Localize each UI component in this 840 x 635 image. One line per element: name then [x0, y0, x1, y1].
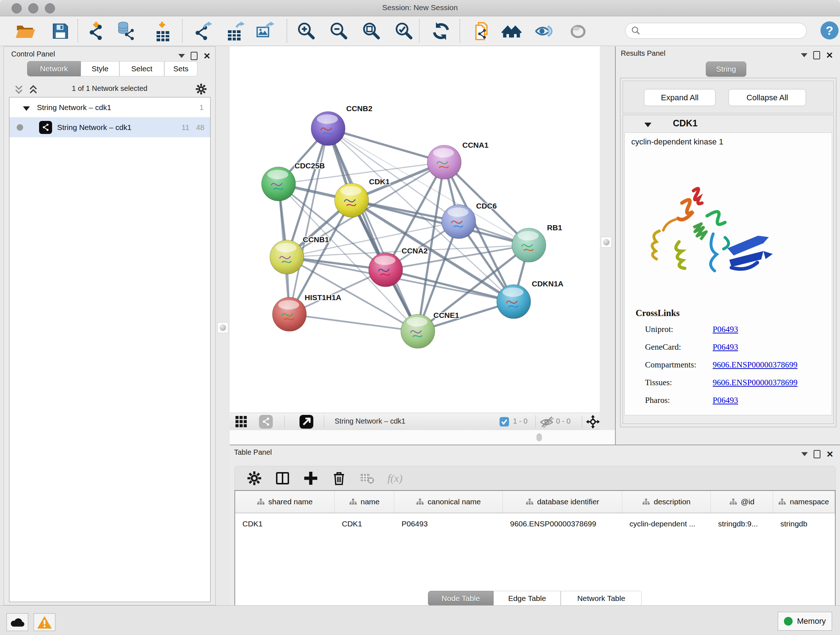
collapse-all-button[interactable]: Collapse All	[729, 89, 806, 106]
memory-button[interactable]: Memory	[778, 612, 832, 631]
network-view-canvas[interactable]: CCNB2CCNA1CDC25BCDK1CDC6RB1CCNB1CCNA2CDK…	[230, 46, 600, 413]
tab-style[interactable]: Style	[81, 61, 119, 76]
zoom-fit-icon[interactable]	[361, 21, 381, 41]
delete-column-icon[interactable]	[331, 470, 347, 486]
crosslink-row: GeneCard:P06493	[645, 342, 826, 352]
export-image-icon[interactable]	[255, 21, 275, 41]
warnings-button[interactable]	[34, 613, 55, 631]
network-node-CDK1[interactable]: CDK1	[335, 177, 390, 217]
horizontal-splitter-handle[interactable]	[537, 433, 542, 441]
show-details-eye-icon[interactable]	[534, 21, 554, 41]
float-panel-icon[interactable]	[813, 51, 820, 59]
zoom-out-icon[interactable]	[328, 21, 349, 41]
crosslink-link[interactable]: P06493	[713, 396, 738, 405]
table-cell[interactable]: stringdb	[773, 513, 835, 534]
collapse-panel-icon[interactable]	[178, 54, 185, 58]
import-network-from-database-icon[interactable]	[117, 21, 137, 41]
tab-node-table[interactable]: Node Table	[428, 591, 493, 606]
column-header-shared-name[interactable]: shared name	[235, 491, 335, 513]
export-table-icon[interactable]	[225, 21, 246, 41]
node-label: CCNA2	[401, 247, 428, 255]
import-table-icon[interactable]	[152, 21, 172, 41]
statusbar-divider	[535, 415, 536, 428]
new-network-from-selection-icon[interactable]	[472, 21, 492, 41]
tab-network[interactable]: Network	[27, 61, 81, 76]
center-view-crosshair-icon[interactable]	[586, 415, 600, 429]
tab-edge-table[interactable]: Edge Table	[493, 591, 561, 606]
close-panel-icon[interactable]: ✕	[826, 451, 834, 458]
selected-counts: 1 - 0	[513, 417, 527, 425]
network-options-gear-icon[interactable]	[195, 83, 207, 95]
string-network-graph[interactable]: CCNB2CCNA1CDC25BCDK1CDC6RB1CCNB1CCNA2CDK…	[230, 46, 600, 413]
column-header-@id[interactable]: @id	[711, 491, 773, 513]
string-houses-icon[interactable]	[501, 21, 522, 41]
network-share-icon[interactable]	[259, 415, 273, 429]
table-header-row: shared namenamecanonical namedatabase id…	[235, 491, 835, 513]
table-cell[interactable]: stringdb:9...	[711, 513, 773, 534]
column-header-description[interactable]: description	[622, 491, 711, 513]
right-splitter-handle[interactable]	[601, 237, 612, 248]
table-cell[interactable]: cyclin-dependent ...	[622, 513, 711, 534]
network-edge[interactable]	[289, 128, 328, 314]
crosslink-link[interactable]: 9606.ENSP00000378699	[713, 360, 798, 370]
search-input[interactable]	[641, 27, 806, 35]
show-columns-icon[interactable]	[275, 470, 291, 486]
cloud-button[interactable]	[6, 613, 28, 631]
expand-all-button[interactable]: Expand All	[644, 89, 715, 106]
open-session-button[interactable]	[15, 21, 35, 41]
search-box[interactable]	[625, 23, 807, 39]
refresh-view-icon[interactable]	[431, 21, 451, 41]
tab-network-table[interactable]: Network Table	[561, 591, 642, 606]
network-row-selected[interactable]: String Network – cdk1 11 48	[9, 117, 210, 137]
table-row[interactable]: CDK1CDK1P064939606.ENSP00000378699cyclin…	[235, 513, 835, 534]
column-header-name[interactable]: name	[335, 491, 394, 513]
collapse-panel-icon[interactable]	[801, 53, 807, 57]
hidden-eye-icon[interactable]	[539, 415, 554, 428]
close-panel-icon[interactable]: ✕	[826, 52, 833, 59]
network-node-RB1[interactable]: RB1	[512, 223, 562, 262]
table-cell[interactable]: P06493	[394, 513, 503, 534]
network-edge[interactable]	[289, 314, 418, 331]
network-collection-row[interactable]: String Network – cdk1 1	[9, 97, 210, 117]
column-header-canonical-name[interactable]: canonical name	[394, 491, 503, 513]
zoom-in-icon[interactable]	[296, 21, 316, 41]
network-node-CCNE1[interactable]: CCNE1	[401, 311, 459, 348]
float-panel-icon[interactable]	[191, 52, 197, 60]
highlight-eye-icon[interactable]	[568, 21, 588, 41]
table-options-gear-icon[interactable]	[246, 470, 262, 486]
help-button[interactable]: ?	[821, 21, 838, 40]
birds-eye-grid-icon[interactable]	[235, 416, 248, 428]
crosslink-link[interactable]: P06493	[713, 325, 738, 334]
table-cell[interactable]: 9606.ENSP00000378699	[503, 513, 622, 534]
float-panel-icon[interactable]	[813, 450, 821, 458]
network-node-HIST1H1A[interactable]: HIST1H1A	[272, 293, 341, 331]
table-cell[interactable]: CDK1	[235, 513, 335, 534]
zoom-selected-icon[interactable]	[393, 21, 414, 41]
tab-select[interactable]: Select	[119, 61, 164, 76]
close-panel-icon[interactable]: ✕	[203, 52, 210, 60]
network-edge-count: 48	[196, 123, 204, 132]
tab-string[interactable]: String	[706, 62, 746, 77]
tab-sets[interactable]: Sets	[164, 61, 197, 76]
network-node-CDC6[interactable]: CDC6	[442, 202, 497, 239]
network-node-CCNA1[interactable]: CCNA1	[427, 141, 489, 179]
column-header-namespace[interactable]: namespace	[773, 491, 835, 513]
crosslink-link[interactable]: 9606.ENSP00000378699	[713, 378, 798, 387]
crosslink-link[interactable]: P06493	[713, 342, 738, 352]
left-splitter-handle[interactable]	[218, 322, 228, 333]
collection-expand-icon[interactable]	[22, 105, 30, 111]
network-edge[interactable]	[328, 128, 418, 331]
table-cell[interactable]: CDK1	[335, 513, 394, 534]
network-node-CCNB1[interactable]: CCNB1	[270, 235, 329, 274]
left-splitter[interactable]	[216, 46, 230, 605]
right-splitter[interactable]	[600, 46, 615, 430]
column-header-database-identifier[interactable]: database identifier	[503, 491, 622, 513]
import-network-icon[interactable]	[87, 21, 107, 41]
open-external-icon[interactable]	[299, 415, 314, 429]
export-network-icon[interactable]	[193, 21, 213, 41]
collapse-panel-icon[interactable]	[801, 452, 808, 456]
selected-checkbox-icon[interactable]	[499, 417, 509, 427]
add-column-icon[interactable]	[303, 470, 319, 486]
save-session-button[interactable]	[50, 21, 71, 41]
protein-expand-icon[interactable]	[644, 122, 652, 127]
